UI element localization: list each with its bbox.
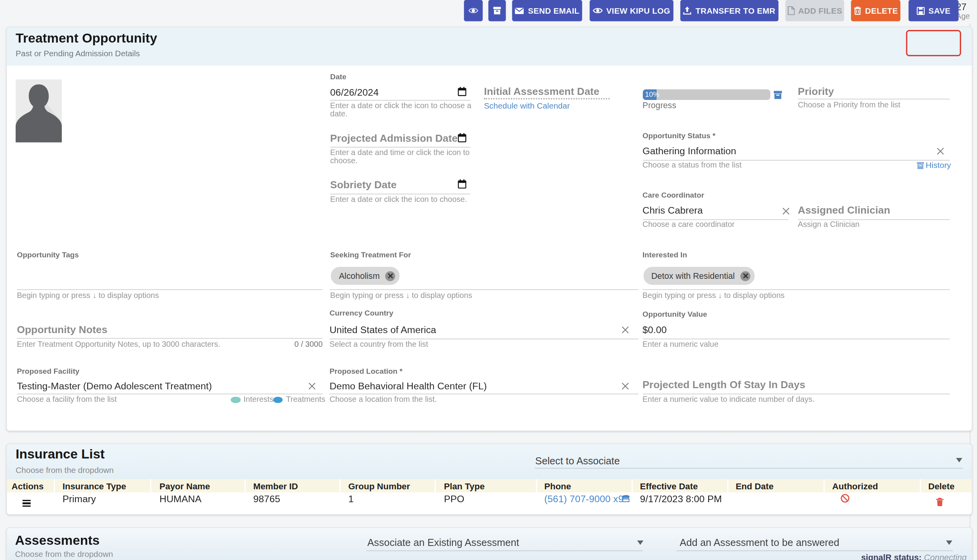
currency-country-label: Currency Country xyxy=(329,309,393,317)
clear-status-icon[interactable] xyxy=(936,146,944,155)
proposed-location-label: Proposed Location * xyxy=(329,366,403,375)
select-to-associate-dropdown[interactable]: Select to Associate xyxy=(535,455,620,467)
assigned-clinician-helper: Assign a Clinician xyxy=(798,221,860,229)
date-input[interactable]: 06/26/2024 xyxy=(330,87,379,98)
insurance-table-header xyxy=(7,479,972,492)
col-group-number[interactable]: Group Number xyxy=(348,481,410,491)
add-files-button[interactable]: ADD FILES xyxy=(785,0,844,21)
col-effective-date[interactable]: Effective Date xyxy=(640,481,698,491)
progress-history-icon[interactable] xyxy=(773,90,782,99)
chip-detox[interactable]: Detox with Residential xyxy=(643,267,755,285)
file-icon xyxy=(787,6,794,15)
assessments-title: Assessments xyxy=(15,533,100,548)
save-button-highlight xyxy=(906,30,961,56)
interests-label: Interests xyxy=(243,395,274,404)
calendar-icon[interactable] xyxy=(457,179,466,189)
assessments-subtitle: Choose from the dropdown xyxy=(15,549,113,558)
history-link[interactable]: History xyxy=(926,161,951,170)
cell-group-number: 1 xyxy=(348,493,354,505)
dropdown-caret-icon[interactable] xyxy=(956,458,962,462)
signalr-label: signalR status: xyxy=(861,553,922,560)
clear-facility-icon[interactable] xyxy=(308,382,316,391)
treatments-dot xyxy=(273,396,283,403)
row-drag-handle[interactable] xyxy=(23,500,31,507)
page: 5/18/1997 DOB 27 Age Treatment Opportuni… xyxy=(0,0,977,560)
col-authorized[interactable]: Authorized xyxy=(832,481,878,491)
col-member-id[interactable]: Member ID xyxy=(253,481,298,491)
archive-icon xyxy=(493,6,501,15)
cell-payor-name: HUMANA xyxy=(159,493,201,505)
length-of-stay-label: Projected Length Of Stay In Days xyxy=(642,378,805,390)
care-coordinator-value[interactable]: Chris Cabrera xyxy=(642,205,703,216)
calendar-icon[interactable] xyxy=(457,87,466,96)
proposed-facility-value[interactable]: Testing-Master (Demo Adolescent Treatmen… xyxy=(17,380,212,392)
insurance-subtitle: Choose from the dropdown xyxy=(16,465,114,474)
save-icon xyxy=(916,7,925,15)
upload-icon xyxy=(683,6,692,15)
send-email-button[interactable]: SEND EMAIL xyxy=(512,0,582,21)
opportunity-tags-label: Opportunity Tags xyxy=(17,250,79,259)
date-helper: Enter a date or click the icon to choose… xyxy=(330,102,473,119)
schedule-with-calendar-link[interactable]: Schedule with Calendar xyxy=(484,101,570,110)
chip-remove-icon[interactable] xyxy=(741,271,751,281)
proposed-location-value[interactable]: Demo Behavioral Health Center (FL) xyxy=(329,380,487,392)
delete-label: DELETE xyxy=(865,6,898,15)
dropdown-caret-icon[interactable] xyxy=(637,540,643,544)
archive-button[interactable] xyxy=(488,0,506,21)
col-insurance-type[interactable]: Insurance Type xyxy=(63,481,126,491)
email-icon xyxy=(515,7,524,14)
proposed-facility-label: Proposed Facility xyxy=(17,366,79,375)
preview-button[interactable] xyxy=(464,0,483,21)
length-of-stay-helper: Enter a numeric value to indicate number… xyxy=(642,395,814,404)
associate-assessment-dropdown[interactable]: Associate an Existing Assessment xyxy=(367,537,519,549)
row-delete-icon[interactable] xyxy=(936,498,944,507)
transfer-to-emr-button[interactable]: TRANSFER TO EMR xyxy=(680,0,778,21)
clear-care-coordinator-icon[interactable] xyxy=(782,207,790,216)
trash-icon xyxy=(853,6,861,15)
phone-icon[interactable] xyxy=(621,494,630,502)
chip-remove-icon[interactable] xyxy=(385,271,395,281)
send-email-label: SEND EMAIL xyxy=(528,6,579,15)
opportunity-value-label: Opportunity Value xyxy=(642,310,707,318)
currency-country-value[interactable]: United States of America xyxy=(329,324,436,335)
opportunity-status-value[interactable]: Gathering Information xyxy=(642,145,736,157)
chip-label: Alcoholism xyxy=(339,271,379,280)
treatments-label: Treatments xyxy=(286,395,325,404)
signalr-status: signalR status: Connecting xyxy=(844,553,967,560)
insurance-title: Insurance List xyxy=(16,447,105,462)
col-delete[interactable]: Delete xyxy=(928,481,954,491)
col-plan-type[interactable]: Plan Type xyxy=(444,481,485,491)
opportunity-value-input[interactable]: $0.00 xyxy=(642,324,667,335)
care-coordinator-label: Care Coordinator xyxy=(642,190,704,199)
proposed-location-helper: Choose a location from the list. xyxy=(329,395,437,404)
seeking-treatment-helper: Begin typing or press ↓ to display optio… xyxy=(330,291,472,300)
cell-phone-link[interactable]: (561) 707-9000 x9 xyxy=(544,493,624,505)
clear-currency-icon[interactable] xyxy=(621,325,629,334)
interests-dot xyxy=(231,396,240,403)
opportunity-notes-label: Opportunity Notes xyxy=(17,323,107,335)
view-kipu-log-button[interactable]: VIEW KIPU LOG xyxy=(589,0,673,21)
opportunity-status-helper: Choose a status from the list xyxy=(642,161,741,170)
col-phone[interactable]: Phone xyxy=(544,481,571,491)
progress-bar[interactable]: 10% xyxy=(642,89,770,100)
projected-admission-helper: Enter a date and time or click the icon … xyxy=(330,148,475,166)
col-end-date[interactable]: End Date xyxy=(735,481,773,491)
chip-alcoholism[interactable]: Alcoholism xyxy=(331,267,399,285)
calendar-icon[interactable] xyxy=(457,133,466,143)
clear-location-icon[interactable] xyxy=(621,382,629,391)
priority-helper: Choose a Priority from the list xyxy=(798,101,900,109)
history-icon[interactable] xyxy=(916,162,924,169)
delete-button[interactable]: DELETE xyxy=(851,0,900,21)
eye-icon xyxy=(468,7,478,14)
projected-admission-date-label: Projected Admission Date xyxy=(330,132,458,144)
assigned-clinician-label: Assigned Clinician xyxy=(798,204,890,216)
col-payor-name[interactable]: Payor Name xyxy=(159,481,210,491)
col-actions[interactable]: Actions xyxy=(12,481,44,491)
seeking-treatment-label: Seeking Treatment For xyxy=(330,250,411,259)
save-button[interactable]: SAVE xyxy=(909,0,959,21)
add-assessment-dropdown[interactable]: Add an Assessment to be answered xyxy=(680,537,839,549)
proposed-facility-helper: Choose a facility from the list xyxy=(17,395,117,404)
dropdown-caret-icon[interactable] xyxy=(946,540,952,544)
opportunity-notes-helper: Enter Treatment Opportunity Notes, up to… xyxy=(17,340,220,349)
chip-label: Detox with Residential xyxy=(651,271,735,280)
